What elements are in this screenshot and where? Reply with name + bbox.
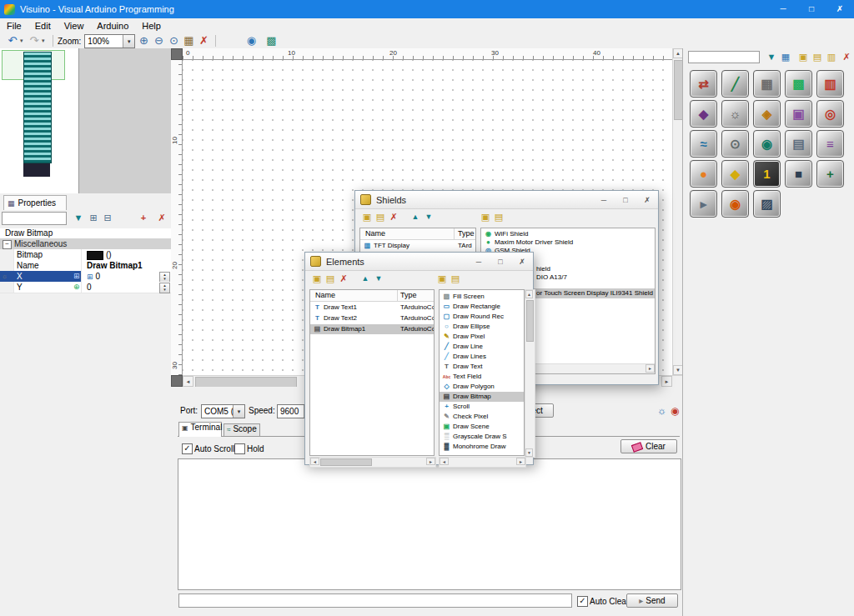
property-value[interactable]: ⊞0 ▴▾ bbox=[83, 271, 171, 282]
close-button[interactable]: ✗ bbox=[826, 0, 854, 18]
folder-icon[interactable]: ▤ bbox=[374, 212, 387, 223]
port-combobox[interactable]: COM5 (L ▾ bbox=[201, 404, 245, 418]
web-icon[interactable]: ◉ bbox=[244, 33, 259, 48]
scroll-right-icon[interactable]: ► bbox=[426, 458, 435, 465]
move-up-icon[interactable]: ▲ bbox=[359, 274, 372, 283]
zoom-actual-icon[interactable]: ⊙ bbox=[166, 33, 181, 48]
undo-icon[interactable]: ↶ bbox=[5, 33, 20, 48]
palette-component-icon[interactable]: ◆ bbox=[721, 160, 749, 188]
palette-component-icon[interactable]: + bbox=[816, 160, 844, 188]
element-option[interactable]: ▨Fill Screen bbox=[440, 292, 524, 302]
element-option[interactable]: ╱Draw Lines bbox=[440, 352, 524, 362]
available-elements-horizontal-scrollbar[interactable]: ◄ ► bbox=[439, 457, 526, 468]
open-category-icon[interactable]: ▤ bbox=[811, 52, 824, 63]
elements-title-bar[interactable]: Elements ─ □ ✗ bbox=[305, 253, 533, 271]
tab-scope[interactable]: ≈Scope bbox=[224, 423, 260, 437]
new-category-icon[interactable]: ▣ bbox=[796, 52, 810, 63]
property-row-x[interactable]: ☼ X ⊞ ⊞0 ▴▾ bbox=[0, 271, 171, 283]
hold-checkbox[interactable] bbox=[234, 443, 245, 454]
column-name[interactable]: Name bbox=[315, 290, 335, 301]
palette-component-icon[interactable]: ◉ bbox=[753, 130, 781, 158]
palette-component-icon[interactable]: ● bbox=[690, 160, 717, 188]
add-pin-icon[interactable]: ⊕ bbox=[73, 282, 80, 293]
palette-component-icon[interactable]: ⇄ bbox=[690, 70, 717, 98]
maximize-button[interactable]: □ bbox=[797, 0, 826, 18]
tab-terminal[interactable]: ▣Terminal bbox=[178, 422, 222, 437]
palette-component-icon[interactable]: ■ bbox=[785, 160, 812, 188]
element-option[interactable]: ◇Draw Polygon bbox=[440, 382, 524, 392]
menu-help[interactable]: Help bbox=[135, 18, 168, 33]
compile-icon[interactable]: ▩ bbox=[264, 33, 279, 48]
category-open-icon[interactable]: ▤ bbox=[449, 273, 462, 284]
column-type[interactable]: Type bbox=[400, 290, 417, 301]
category-open-icon[interactable]: ▤ bbox=[492, 212, 505, 223]
project-overview-thumbnail[interactable] bbox=[0, 48, 79, 193]
element-option[interactable]: ▒Grayscale Draw S bbox=[440, 432, 524, 442]
folder-icon[interactable]: ▤ bbox=[324, 273, 337, 284]
palette-component-icon[interactable]: ◆ bbox=[690, 100, 717, 128]
shield-row[interactable]: ▥ TFT Display TArd bbox=[360, 241, 475, 251]
clear-button[interactable]: Clear bbox=[620, 439, 677, 453]
auto-scroll-checkbox[interactable]: ✓ bbox=[182, 443, 193, 454]
scroll-left-icon[interactable]: ◄ bbox=[183, 376, 193, 387]
menu-edit[interactable]: Edit bbox=[28, 18, 58, 33]
scrollbar-thumb[interactable] bbox=[526, 300, 534, 342]
element-option[interactable]: ▢Draw Round Rec bbox=[440, 312, 524, 322]
move-down-icon[interactable]: ▼ bbox=[422, 213, 435, 221]
element-option[interactable]: ○Draw Ellipse bbox=[440, 322, 524, 332]
palette-component-icon[interactable]: ▨ bbox=[753, 190, 781, 218]
shields-title-bar[interactable]: Shields ─ □ ✗ bbox=[355, 191, 658, 209]
element-row-selected[interactable]: ▤ Draw Bitmap1 TArduinoCol bbox=[310, 324, 434, 334]
element-row[interactable]: T Draw Text1 TArduinoCol bbox=[310, 303, 434, 313]
palette-component-icon[interactable]: ◎ bbox=[816, 100, 844, 128]
delete-shield-icon[interactable]: ✗ bbox=[387, 212, 400, 223]
palette-component-icon[interactable]: ◈ bbox=[753, 100, 781, 128]
collapse-all-icon[interactable]: ⊟ bbox=[101, 213, 114, 223]
element-option-selected[interactable]: ▤Draw Bitmap bbox=[440, 392, 524, 402]
minimize-button[interactable]: ─ bbox=[468, 253, 490, 270]
element-option[interactable]: ╱Draw Line bbox=[440, 342, 524, 352]
maximize-button[interactable]: □ bbox=[615, 192, 636, 208]
menu-file[interactable]: File bbox=[0, 18, 28, 33]
auto-clear-checkbox[interactable]: ✓ bbox=[577, 596, 588, 607]
delete-element-icon[interactable]: ✗ bbox=[337, 273, 350, 284]
folder-up-icon[interactable]: ▥ bbox=[825, 52, 838, 63]
close-button[interactable]: ✗ bbox=[511, 253, 533, 270]
stop-icon[interactable]: ◉ bbox=[671, 405, 679, 417]
redo-icon[interactable]: ↷ bbox=[27, 33, 42, 48]
undo-dropdown-icon[interactable]: ▾ bbox=[20, 38, 27, 44]
available-elements-list[interactable]: ▨Fill Screen ▭Draw Rectangle ▢Draw Round… bbox=[439, 289, 525, 456]
zoom-in-icon[interactable]: ⊕ bbox=[136, 33, 151, 48]
collapse-category-icon[interactable]: − bbox=[3, 240, 12, 249]
palette-filter-icon[interactable]: ▼ bbox=[765, 52, 778, 62]
zoom-combobox[interactable]: 100% ▾ bbox=[84, 34, 135, 48]
menu-arduino[interactable]: Arduino bbox=[90, 18, 135, 33]
move-up-icon[interactable]: ▲ bbox=[409, 213, 422, 221]
property-row-name[interactable]: Name Draw Bitmap1 bbox=[0, 260, 171, 272]
palette-component-icon[interactable]: ▦ bbox=[753, 70, 781, 98]
scroll-right-icon[interactable]: ► bbox=[516, 458, 525, 465]
column-type[interactable]: Type bbox=[458, 228, 475, 239]
scroll-left-icon[interactable]: ◄ bbox=[310, 458, 319, 465]
send-button[interactable]: ▸Send bbox=[626, 593, 678, 608]
close-button[interactable]: ✗ bbox=[636, 192, 658, 208]
palette-component-icon[interactable]: ▥ bbox=[816, 70, 844, 98]
com-settings-icon[interactable]: ☼ bbox=[657, 405, 666, 417]
move-down-icon[interactable]: ▼ bbox=[372, 274, 385, 283]
clear-filter-icon[interactable]: ✗ bbox=[155, 213, 168, 223]
scroll-left-icon[interactable]: ◄ bbox=[440, 458, 449, 465]
palette-component-icon[interactable]: ☼ bbox=[721, 100, 749, 128]
property-value[interactable]: 0 ▴▾ bbox=[83, 282, 171, 293]
category-icon[interactable]: ▣ bbox=[435, 273, 449, 284]
scroll-down-icon[interactable]: ▼ bbox=[525, 448, 533, 457]
tab-properties[interactable]: ▦Properties bbox=[3, 195, 67, 211]
palette-component-icon[interactable]: ╱ bbox=[721, 70, 749, 98]
board-setup-icon[interactable]: ▦ bbox=[181, 33, 196, 48]
element-option[interactable]: TDraw Text bbox=[440, 362, 524, 372]
column-name[interactable]: Name bbox=[365, 228, 385, 239]
component-search-input[interactable] bbox=[688, 51, 760, 63]
filter-icon[interactable]: ▼ bbox=[72, 213, 85, 223]
port-dropdown-icon[interactable]: ▾ bbox=[233, 405, 244, 418]
available-elements-vertical-scrollbar[interactable]: ▲ ▼ bbox=[525, 289, 535, 458]
element-option[interactable]: ▣Draw Scene bbox=[440, 422, 524, 432]
